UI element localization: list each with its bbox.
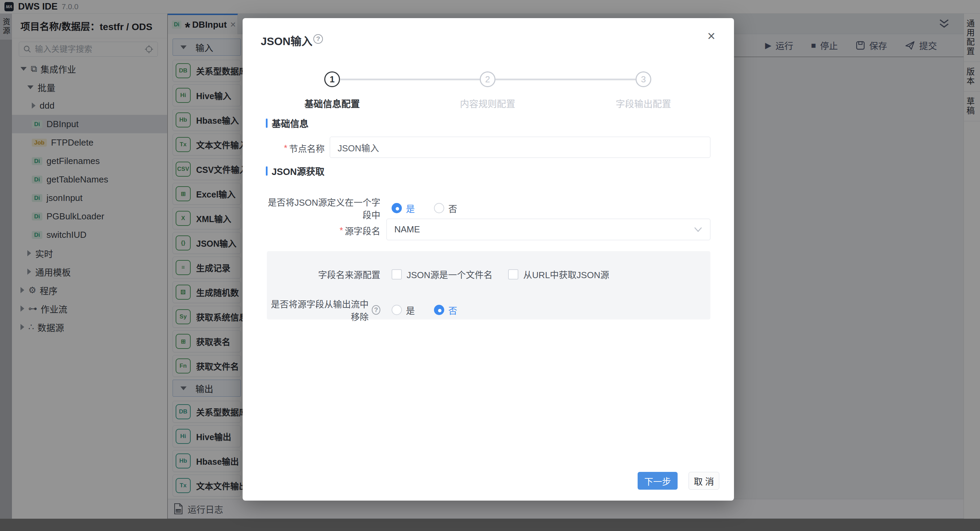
json-is-filename-checkbox[interactable]	[391, 269, 402, 280]
source-field-value: NAME	[395, 224, 694, 235]
title-help-icon[interactable]: ?	[313, 34, 323, 44]
json-is-filename-label[interactable]: JSON源是一个文件名	[407, 268, 492, 281]
define-in-field-label: 是否将JSON源定义在一个字段中	[267, 196, 380, 221]
step-2: 2 内容规则配置	[436, 72, 539, 110]
step-connector	[340, 79, 480, 80]
step-connector	[495, 79, 636, 80]
node-name-row: * 节点名称	[243, 142, 325, 154]
remove-source-field-label: 是否将源字段从输出流中移除	[267, 297, 369, 323]
node-name-input[interactable]	[330, 137, 710, 158]
dialog-title: JSON输入	[261, 32, 312, 48]
step-1: 1 基础信息配置	[281, 72, 383, 110]
remove-radio-no-label[interactable]: 否	[448, 304, 457, 316]
remove-radio-yes[interactable]	[391, 305, 402, 315]
step-3: 3 字段输出配置	[592, 72, 695, 110]
basic-info-heading: 基础信息	[266, 116, 309, 130]
radio-no-label[interactable]: 否	[448, 202, 457, 215]
remove-source-field-row: 是否将源字段从输出流中移除 ? 是 否	[267, 297, 457, 323]
define-in-field-row: 是否将JSON源定义在一个字段中 是 否	[267, 196, 457, 221]
json-input-dialog: JSON输入 ? × 1 基础信息配置 2 内容规则配置 3 字段输出配置 基础…	[243, 18, 734, 501]
remove-source-field-label-wrap: 是否将源字段从输出流中移除 ?	[267, 297, 380, 323]
node-name-label: 节点名称	[289, 142, 325, 154]
remove-radio-no[interactable]	[434, 305, 444, 315]
json-from-url-label[interactable]: 从URL中获取JSON源	[523, 268, 609, 281]
json-source-heading: JSON源获取	[266, 164, 325, 178]
define-in-field-radio-yes[interactable]	[391, 203, 402, 213]
cancel-button[interactable]: 取 消	[689, 472, 719, 490]
define-in-field-radio-no[interactable]	[434, 203, 444, 213]
field-name-config-label: 字段名来源配置	[267, 268, 380, 281]
dialog-close-icon[interactable]: ×	[707, 29, 715, 44]
source-field-label: 源字段名	[345, 224, 380, 237]
json-from-url-checkbox[interactable]	[508, 269, 519, 280]
radio-yes-label[interactable]: 是	[406, 202, 415, 215]
field-name-config-row: 字段名来源配置 JSON源是一个文件名 从URL中获取JSON源	[267, 268, 609, 281]
next-step-button[interactable]: 下一步	[638, 472, 678, 490]
source-field-label-row: * 源字段名	[243, 224, 380, 237]
remove-help-icon[interactable]: ?	[372, 305, 380, 315]
chevron-down-icon	[694, 227, 703, 233]
app-window: MA DWS IDE 7.0.0 资源 项目名称/数据层：testfr / OD…	[0, 0, 980, 531]
source-field-select[interactable]: NAME	[387, 219, 710, 240]
remove-radio-yes-label[interactable]: 是	[406, 304, 415, 316]
